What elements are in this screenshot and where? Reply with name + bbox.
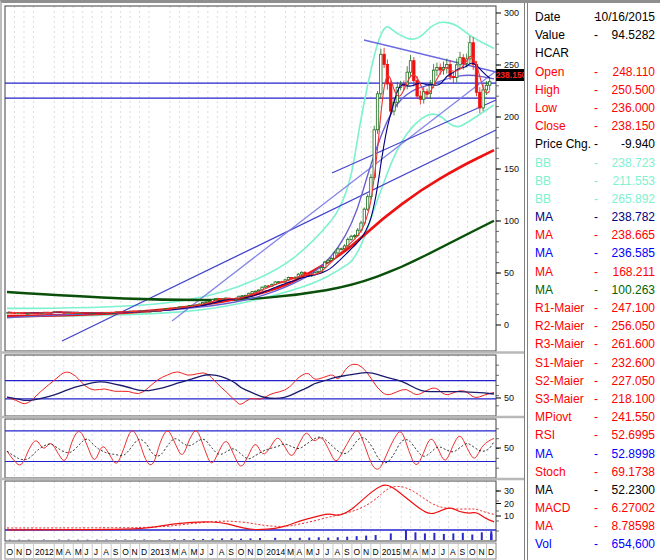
x-axis-tick-label: S — [460, 547, 466, 557]
row-value: 6.27002 — [612, 501, 655, 515]
x-axis-tick-label: N — [363, 547, 369, 557]
x-axis-tick-label: N — [132, 547, 138, 557]
price-chart-canvas[interactable]: 3002502001501005005050302010OND2012MAMJJ… — [2, 3, 526, 560]
row-dash: - — [594, 519, 598, 533]
row-value: 168.211 — [613, 265, 656, 279]
table-row: HCAR — [528, 44, 660, 62]
y-axis: 3002502001501005005050302010 — [496, 8, 519, 531]
x-axis-tick-label: N — [16, 547, 22, 557]
x-axis-tick-label: M — [75, 547, 82, 557]
x-axis-tick-label: 2012 — [35, 547, 54, 557]
subpanel-axis-label: 50 — [504, 443, 514, 453]
row-dash: - — [594, 174, 598, 188]
x-axis: OND2012MAMJJASOND2013MAMJJASOND2014MAMJJ… — [5, 543, 496, 559]
candlesticks — [7, 36, 491, 314]
y-axis-tick-label: 250 — [504, 60, 519, 70]
x-axis-tick-label: O — [469, 547, 476, 557]
row-dash: - — [594, 392, 598, 406]
x-axis-tick-label: A — [219, 547, 225, 557]
table-row: R2-Maier-256.050 — [528, 317, 660, 335]
row-value: 227.050 — [612, 374, 655, 388]
row-label: S2-Maier — [535, 374, 584, 388]
row-dash: - — [594, 301, 598, 315]
y-axis-tick-label: 150 — [504, 164, 519, 174]
row-label: S1-Maier — [535, 356, 584, 370]
x-axis-tick-label: O — [353, 547, 360, 557]
row-label: High — [535, 83, 560, 97]
x-axis-tick-label: A — [65, 547, 71, 557]
row-value: 232.600 — [612, 356, 655, 370]
x-axis-tick-label: J — [325, 547, 329, 557]
x-axis-tick-label: M — [403, 547, 410, 557]
row-dash: - — [594, 137, 598, 151]
row-value: 69.1738 — [612, 465, 655, 479]
table-row: MA-238.665 — [528, 226, 660, 244]
x-axis-tick-label: J — [441, 547, 445, 557]
row-value: 236.585 — [612, 246, 655, 260]
table-row: MA-236.585 — [528, 244, 660, 262]
row-value: 241.550 — [612, 410, 655, 424]
rsi-panel — [5, 364, 496, 404]
row-dash: - — [594, 447, 598, 461]
x-axis-tick-label: D — [257, 547, 263, 557]
row-label: MA — [535, 265, 553, 279]
row-label: MA — [535, 246, 553, 260]
x-axis-tick-label: J — [84, 547, 88, 557]
row-label: R2-Maier — [535, 319, 584, 333]
x-axis-tick-label: D — [372, 547, 378, 557]
row-value: 654,600 — [612, 537, 655, 551]
table-row: MA-52.2300 — [528, 481, 660, 499]
stochastic-panel — [5, 431, 496, 470]
y-axis-tick-label: 100 — [504, 216, 519, 226]
row-label: BB — [535, 156, 551, 170]
row-dash: - — [594, 537, 598, 551]
table-row: R3-Maier-261.600 — [528, 335, 660, 353]
table-row: R1-Maier-247.100 — [528, 299, 660, 317]
row-value: 238.150 — [612, 119, 655, 133]
row-dash: - — [594, 465, 598, 479]
row-label: MA — [535, 228, 553, 242]
row-value: 218.100 — [612, 392, 655, 406]
row-label: BB — [535, 192, 551, 206]
x-axis-tick-label: S — [113, 547, 119, 557]
row-label: HCAR — [535, 46, 569, 60]
row-label: R1-Maier — [535, 301, 584, 315]
subpanel-axis-label: 10 — [504, 511, 514, 521]
table-row: BB-265.892 — [528, 190, 660, 208]
table-row: MPiovt-241.550 — [528, 408, 660, 426]
table-row: Price Chg.--9.940 — [528, 135, 660, 153]
row-value: 10/16/2015 — [595, 10, 655, 24]
row-dash: - — [594, 119, 598, 133]
row-value: 261.600 — [612, 337, 655, 351]
ma-navy-line — [8, 63, 490, 313]
x-axis-tick-label: M — [56, 547, 63, 557]
x-axis-tick-label: J — [316, 547, 320, 557]
quote-data-panel: Date-10/16/2015Value-94.5282HCAROpen-248… — [524, 3, 660, 560]
row-dash: - — [594, 101, 598, 115]
subpanel-axis-label: 50 — [504, 393, 514, 403]
x-axis-tick-label: M — [171, 547, 178, 557]
bollinger-bands — [7, 22, 494, 316]
table-row: MA-100.263 — [528, 281, 660, 299]
table-row: MA-52.8998 — [528, 445, 660, 463]
row-value: 238.782 — [612, 210, 655, 224]
row-value: 52.2300 — [612, 483, 655, 497]
row-label: Date — [535, 10, 560, 24]
x-axis-tick-label: D — [488, 547, 494, 557]
x-axis-tick-label: 2014 — [266, 547, 285, 557]
row-label: Close — [535, 119, 566, 133]
x-axis-tick-label: 2015 — [382, 547, 401, 557]
row-dash: - — [594, 501, 598, 515]
row-dash: - — [594, 156, 598, 170]
subpanel-axis-label: 30 — [504, 486, 514, 496]
row-label: MA — [535, 519, 553, 533]
row-value: 256.050 — [612, 319, 655, 333]
row-label: MA — [535, 210, 553, 224]
table-row: MA-8.78598 — [528, 517, 660, 535]
table-row: Value-94.5282 — [528, 26, 660, 44]
row-label: Low — [535, 101, 557, 115]
table-row: S1-Maier-232.600 — [528, 354, 660, 372]
row-dash: - — [594, 428, 598, 442]
x-axis-tick-label: M — [422, 547, 429, 557]
x-axis-tick-label: A — [103, 547, 109, 557]
